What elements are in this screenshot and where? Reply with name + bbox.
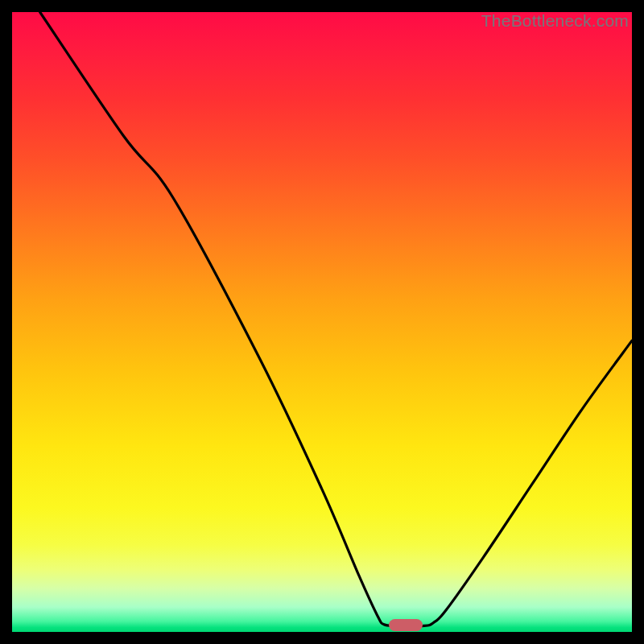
optimal-marker [389,619,423,631]
plot-area: TheBottleneck.com [12,12,632,632]
bottleneck-curve [12,12,632,632]
chart-container: TheBottleneck.com [0,0,644,644]
